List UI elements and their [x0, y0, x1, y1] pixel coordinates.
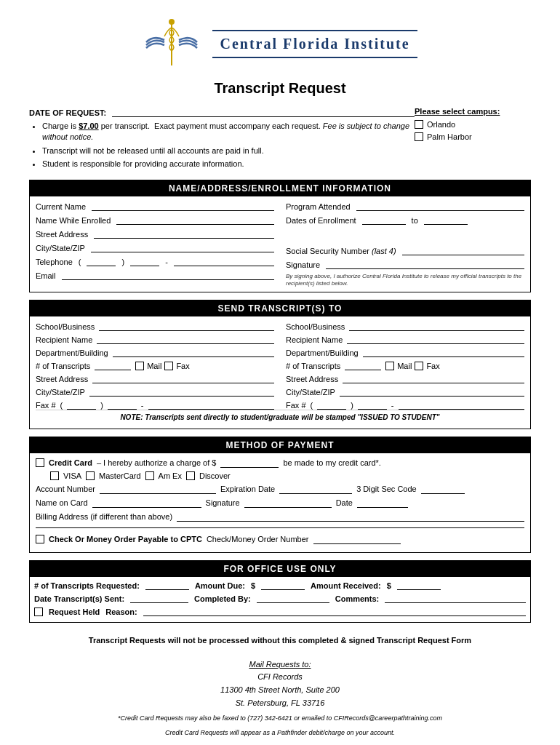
visa-checkbox[interactable]: [50, 471, 59, 480]
tel-number-input[interactable]: [174, 256, 274, 266]
charge-amount-input[interactable]: [220, 458, 279, 468]
send-dept-input-l[interactable]: [113, 347, 274, 357]
amount-due-symbol: $: [251, 581, 255, 590]
send-two-col: School/Business Recipient Name Departmen…: [36, 321, 524, 410]
sec-code-input[interactable]: [421, 484, 465, 494]
fax-checkbox-r[interactable]: [415, 362, 423, 370]
check-label: Check Or Money Order Payable to CPTC: [49, 535, 202, 543]
amount-due-label: Amount Due:: [195, 581, 245, 590]
dates-label: Dates of Enrollment: [286, 216, 356, 225]
send-street-left: Street Address: [36, 373, 274, 383]
office-row-3: Request Held Reason:: [34, 606, 526, 616]
send-city-left: City/State/ZIP: [36, 386, 274, 397]
fax-num-r[interactable]: [399, 399, 524, 410]
send-dept-input-r[interactable]: [363, 347, 524, 357]
credit-card-checkbox[interactable]: [36, 458, 44, 467]
dates-end-input[interactable]: [424, 215, 468, 225]
num-transcripts-req-input[interactable]: [145, 580, 189, 590]
card-types-row: VISA MasterCard Am Ex Discover: [50, 471, 524, 480]
billing-address-input[interactable]: [177, 511, 524, 522]
city-input[interactable]: [91, 242, 274, 252]
send-city-label-l: City/State/ZIP: [36, 388, 85, 397]
street-input[interactable]: [94, 228, 274, 239]
ssn-input[interactable]: [402, 245, 524, 255]
amex-checkbox[interactable]: [145, 471, 154, 480]
program-input[interactable]: [356, 201, 524, 211]
completed-by-input[interactable]: [257, 593, 329, 603]
send-school-input-r[interactable]: [349, 321, 524, 331]
send-city-input-r[interactable]: [340, 386, 524, 397]
send-street-right: Street Address: [286, 373, 524, 383]
payment-section: METHOD OF PAYMENT Credit Card – I hereby…: [29, 437, 531, 553]
footer-note1: *Credit Card Requests may also be faxed …: [29, 714, 531, 724]
send-street-input-r[interactable]: [343, 373, 524, 383]
date-sent-input[interactable]: [130, 593, 188, 603]
signature-input[interactable]: [326, 259, 524, 269]
send-city-input-l[interactable]: [89, 386, 274, 397]
request-held-label: Request Held: [49, 607, 100, 616]
campus-palm-harbor[interactable]: Palm Harbor: [415, 132, 531, 141]
page-title: Transcript Request: [29, 80, 531, 97]
tel-dash: -: [165, 258, 168, 266]
current-name-input[interactable]: [92, 201, 274, 211]
send-recipient-label-r: Recipient Name: [286, 335, 343, 344]
reason-label: Reason:: [105, 607, 137, 616]
mail-label: Mail Requests to:: [249, 660, 311, 669]
fax-close-r: ): [351, 401, 353, 410]
mail-label-l: Mail: [147, 362, 161, 370]
amount-received-symbol: $: [387, 581, 391, 590]
final-note: PLEASE ALLOW 10 BUSINESS DAYS FOR PROCES…: [29, 742, 531, 745]
account-number-input[interactable]: [100, 484, 216, 494]
payment-section-header: METHOD OF PAYMENT: [30, 437, 530, 453]
date-label: DATE OF REQUEST:: [29, 108, 106, 117]
fax-area-r[interactable]: [317, 399, 346, 410]
date-payment-input[interactable]: [357, 498, 408, 508]
mastercard-checkbox[interactable]: [86, 471, 95, 480]
palm-harbor-checkbox[interactable]: [415, 132, 423, 141]
name-section-header: NAME/ADDRESS/ENROLLMENT INFORMATION: [30, 180, 530, 196]
date-input-line[interactable]: [112, 107, 415, 117]
footer-note2: Credit Card Requests will appear as a Pa…: [29, 728, 531, 738]
program-row: Program Attended: [286, 201, 524, 211]
send-school-input-l[interactable]: [99, 321, 274, 331]
fax-prefix-l[interactable]: [108, 399, 137, 410]
signature-payment-input[interactable]: [244, 498, 332, 508]
campus-orlando[interactable]: Orlando: [415, 120, 531, 129]
send-num-input-l[interactable]: [95, 360, 131, 370]
mail-checkbox-l[interactable]: [135, 362, 144, 370]
send-recipient-input-r[interactable]: [347, 334, 524, 344]
check-number-input[interactable]: [313, 534, 401, 544]
name-on-card-input[interactable]: [92, 498, 201, 508]
send-num-input-r[interactable]: [345, 360, 381, 370]
name-enrolled-input[interactable]: [116, 215, 274, 225]
check-number-label: Check/Money Order Number: [207, 535, 309, 543]
comments-input[interactable]: [385, 593, 526, 603]
orlando-checkbox[interactable]: [415, 120, 423, 129]
send-dept-left: Department/Building: [36, 347, 274, 357]
request-held-checkbox[interactable]: [34, 607, 43, 616]
amount-due-input[interactable]: [261, 580, 305, 590]
tel-area-input[interactable]: [87, 256, 116, 266]
reason-input[interactable]: [143, 606, 526, 616]
account-number-row: Account Number Expiration Date 3 Digit S…: [36, 484, 524, 494]
send-street-input-l[interactable]: [92, 373, 274, 383]
exp-date-input[interactable]: [279, 484, 352, 494]
amount-received-input[interactable]: [397, 580, 441, 590]
campus-section: Please select campus: Orlando Palm Harbo…: [415, 107, 531, 172]
mail-checkbox-r[interactable]: [385, 362, 394, 370]
send-fax-left: Fax # ( ) -: [36, 399, 274, 410]
send-num-label-l: # of Transcripts: [36, 362, 90, 370]
send-recipient-input-l[interactable]: [97, 334, 274, 344]
check-checkbox[interactable]: [36, 535, 44, 543]
fax-checkbox-l[interactable]: [164, 362, 173, 370]
fax-area-l[interactable]: [67, 399, 96, 410]
dates-start-input[interactable]: [362, 215, 406, 225]
discover-checkbox[interactable]: [186, 471, 195, 480]
email-input[interactable]: [62, 270, 274, 280]
fax-num-l[interactable]: [148, 399, 274, 410]
name-enrolled-row: Name While Enrolled: [36, 215, 274, 225]
fax-prefix-r[interactable]: [358, 399, 387, 410]
tel-prefix-input[interactable]: [130, 256, 159, 266]
send-dept-label-r: Department/Building: [286, 348, 359, 357]
address-line3: St. Petersburg, FL 33716: [236, 698, 325, 707]
